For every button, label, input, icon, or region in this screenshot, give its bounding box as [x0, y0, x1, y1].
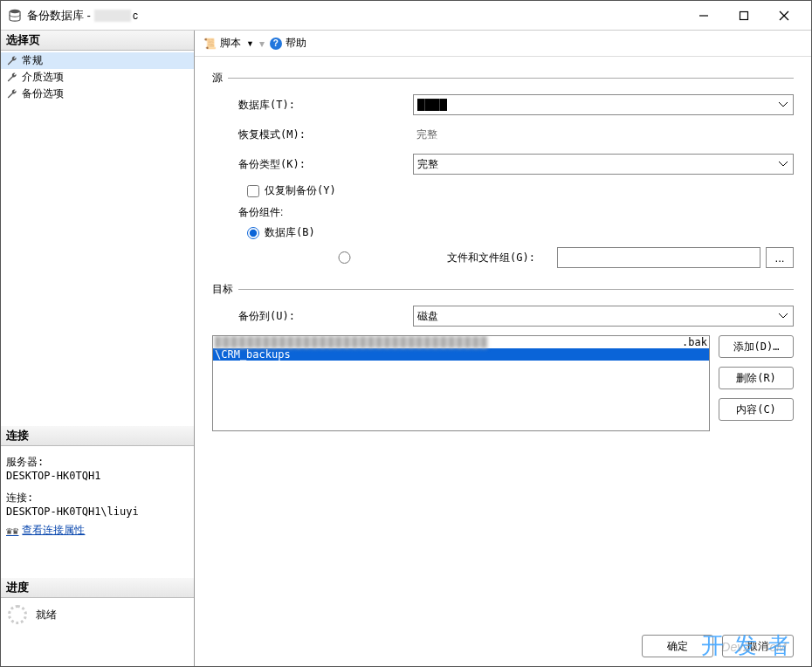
backup-type-label: 备份类型(K):: [238, 157, 413, 172]
connection-section: 服务器: DESKTOP-HK0TQH1 连接: DESKTOP-HK0TQH1…: [1, 446, 194, 543]
recovery-label: 恢复模式(M):: [238, 127, 413, 142]
nav-item-media[interactable]: 介质选项: [1, 69, 194, 86]
toolbar: 📜 脚本 ▾ ? 帮助: [195, 31, 811, 57]
titlebar: 备份数据库 - c: [1, 1, 811, 31]
wrench-icon: [6, 55, 18, 67]
view-connection-props-link[interactable]: ♛♛ 查看连接属性: [6, 523, 189, 538]
main-panel: 📜 脚本 ▾ ? 帮助 源 数据库(T): ████: [195, 31, 811, 666]
backup-to-select[interactable]: 磁盘: [413, 306, 794, 327]
backup-dialog: 备份数据库 - c 选择页 常规 介质选项 备份选项: [0, 0, 812, 667]
list-item[interactable]: \CRM_backups: [213, 348, 709, 361]
nav-item-general[interactable]: 常规: [1, 52, 194, 69]
dest-group-label: 目标: [212, 282, 233, 297]
radio-files-label: 文件和文件组(G):: [447, 251, 552, 265]
add-button[interactable]: 添加(D)…: [719, 335, 794, 358]
progress-status: 就绪: [36, 608, 57, 622]
script-dropdown[interactable]: 📜 脚本: [203, 36, 254, 51]
footer: 确定 取消 开发者 DevZe.CoM: [195, 626, 811, 666]
nav-label: 常规: [22, 53, 43, 68]
radio-database[interactable]: [247, 227, 259, 239]
copy-only-label: 仅复制备份(Y): [265, 183, 336, 198]
cancel-button[interactable]: 取消: [722, 635, 794, 657]
source-group: 源 数据库(T): ████ 恢复模式(M): 完整 备份类型(K): 完整: [212, 71, 794, 268]
spinner-icon: [8, 605, 27, 624]
component-label: 备份组件:: [238, 205, 794, 220]
conn-value: DESKTOP-HK0TQH1\liuyi: [6, 505, 189, 518]
page-nav-list: 常规 介质选项 备份选项: [1, 51, 194, 104]
nav-label: 备份选项: [22, 86, 64, 101]
people-icon: ♛♛: [6, 525, 18, 537]
help-icon: ?: [270, 38, 282, 50]
maximize-button[interactable]: [724, 3, 764, 29]
destination-group: 目标 备份到(U): 磁盘 ██████████████████████████…: [212, 282, 794, 431]
help-button[interactable]: ? 帮助: [270, 36, 306, 51]
minimize-button[interactable]: [684, 3, 724, 29]
progress-section: 就绪: [1, 598, 194, 631]
radio-db-label: 数据库(B): [265, 225, 315, 240]
nav-label: 介质选项: [22, 70, 64, 85]
progress-header: 进度: [1, 578, 194, 598]
database-icon: [8, 9, 22, 23]
database-label: 数据库(T):: [238, 98, 413, 113]
content-area: 源 数据库(T): ████ 恢复模式(M): 完整 备份类型(K): 完整: [195, 57, 811, 626]
nav-item-backup-options[interactable]: 备份选项: [1, 86, 194, 102]
copy-only-checkbox[interactable]: [247, 185, 259, 197]
server-label: 服务器:: [6, 455, 189, 470]
backup-type-select[interactable]: 完整: [413, 154, 794, 175]
ok-button[interactable]: 确定: [642, 635, 713, 657]
filegroups-browse-button[interactable]: ...: [766, 247, 794, 268]
conn-label: 连接:: [6, 491, 189, 505]
radio-files[interactable]: [247, 251, 442, 264]
svg-rect-2: [740, 11, 748, 19]
filegroups-input[interactable]: [557, 247, 760, 268]
title-redacted: [94, 10, 131, 22]
sidebar: 选择页 常规 介质选项 备份选项 连接 服务器: DESKTOP-: [1, 31, 195, 666]
connection-header: 连接: [1, 426, 194, 446]
dialog-body: 选择页 常规 介质选项 备份选项 连接 服务器: DESKTOP-: [1, 31, 811, 666]
recovery-value: 完整: [413, 127, 794, 142]
copy-only-checkbox-row[interactable]: 仅复制备份(Y): [247, 183, 794, 198]
link-label: 查看连接属性: [22, 523, 85, 538]
help-label: 帮助: [286, 36, 306, 51]
script-icon: 📜: [203, 38, 217, 50]
close-button[interactable]: [764, 3, 804, 29]
wrench-icon: [6, 88, 18, 100]
list-item[interactable]: ██████████████████████████████████.bak: [213, 336, 709, 348]
backup-to-label: 备份到(U):: [238, 309, 413, 324]
server-value: DESKTOP-HK0TQH1: [6, 470, 189, 482]
select-page-header: 选择页: [1, 31, 194, 51]
destination-listbox[interactable]: ██████████████████████████████████.bak \…: [212, 335, 710, 431]
title-suffix: c: [133, 10, 138, 22]
script-label: 脚本: [220, 36, 241, 51]
remove-button[interactable]: 删除(R): [719, 367, 794, 389]
wrench-icon: [6, 72, 18, 84]
window-title: 备份数据库 -: [27, 8, 91, 24]
svg-point-0: [10, 9, 20, 12]
database-select[interactable]: ████: [413, 94, 794, 115]
contents-button[interactable]: 内容(C): [719, 398, 794, 421]
source-group-label: 源: [212, 71, 223, 86]
radio-database-row[interactable]: 数据库(B): [247, 225, 794, 240]
